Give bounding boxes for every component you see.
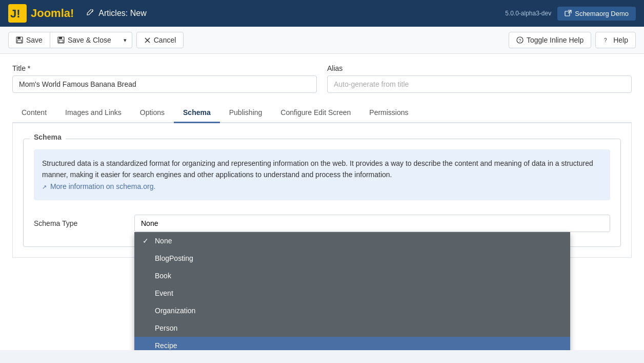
articles-new-title: Articles: New (98, 9, 146, 18)
title-label: Title * (12, 64, 317, 72)
save-button[interactable]: Save (8, 32, 50, 48)
title-alias-row: Title * Alias (12, 64, 632, 93)
help-button[interactable]: ? Help (595, 32, 636, 48)
save-close-icon (57, 36, 65, 44)
demo-button-label: Schemaorg Demo (575, 10, 629, 17)
toggle-inline-help-button[interactable]: ? Toggle Inline Help (509, 32, 591, 48)
tab-content[interactable]: Content (12, 103, 56, 123)
schema-type-label: Schema Type (34, 219, 126, 227)
dropdown-item-event[interactable]: Event (134, 284, 570, 302)
alias-field-group: Alias (327, 64, 632, 93)
organization-label: Organization (155, 307, 195, 315)
chevron-down-icon: ▾ (124, 37, 127, 44)
dropdown-item-book[interactable]: Book (134, 267, 570, 284)
version-label: 5.0.0-alpha3-dev (505, 10, 551, 17)
toolbar-right: ? Toggle Inline Help ? Help (509, 32, 636, 48)
dropdown-item-none[interactable]: None (134, 232, 570, 250)
schema-fieldset: Schema Structured data is a standardized… (23, 139, 621, 247)
dropdown-item-organization[interactable]: Organization (134, 302, 570, 319)
svg-rect-5 (17, 40, 22, 43)
dropdown-item-recipe[interactable]: Recipe (134, 337, 570, 350)
schema-type-row: Schema Type None None BlogPosting (34, 211, 610, 236)
save-dropdown-button[interactable]: ▾ (118, 32, 132, 48)
topbar-right: 5.0.0-alpha3-dev Schemaorg Demo (505, 7, 636, 21)
joomla-logo-icon: J! (8, 4, 27, 23)
question-circle-icon: ? (516, 36, 524, 44)
tab-publishing[interactable]: Publishing (220, 103, 272, 123)
schema-type-select-wrapper: None None BlogPosting Book (134, 215, 610, 232)
tab-images-links[interactable]: Images and Links (56, 103, 131, 123)
cancel-button[interactable]: Cancel (136, 32, 184, 48)
cancel-icon (144, 37, 151, 44)
external-link-icon (565, 10, 572, 17)
svg-rect-8 (59, 40, 63, 43)
tab-configure-edit-screen[interactable]: Configure Edit Screen (271, 103, 360, 123)
tab-schema[interactable]: Schema (174, 103, 220, 123)
tab-bar: Content Images and Links Options Schema … (12, 103, 632, 123)
event-label: Event (155, 289, 173, 297)
pencil-icon (86, 9, 94, 17)
schemaorg-demo-button[interactable]: Schemaorg Demo (557, 7, 636, 21)
alias-input[interactable] (327, 75, 632, 93)
schema-info-box: Structured data is a standardized format… (34, 149, 610, 200)
svg-text:J!: J! (10, 7, 21, 20)
help-icon: ? (603, 36, 610, 44)
schema-info-text: Structured data is a standardized format… (42, 159, 593, 179)
blogposting-label: BlogPosting (155, 254, 193, 262)
dropdown-item-person[interactable]: Person (134, 319, 570, 337)
schema-info-link-text: More information on schema.org. (50, 182, 155, 190)
cancel-label: Cancel (154, 36, 176, 44)
tab-permissions[interactable]: Permissions (360, 103, 417, 123)
external-link-small-icon: ↗ (42, 184, 47, 190)
svg-text:?: ? (604, 37, 607, 43)
tab-options[interactable]: Options (131, 103, 174, 123)
title-field-group: Title * (12, 64, 317, 93)
topbar: J! Joomla! Articles: New 5.0.0-alpha3-de… (0, 0, 644, 27)
svg-rect-4 (17, 37, 21, 39)
recipe-label: Recipe (155, 341, 177, 350)
save-button-group: Save Save & Close ▾ (8, 32, 132, 48)
book-label: Book (155, 272, 171, 280)
title-input[interactable] (12, 75, 317, 93)
save-label: Save (26, 36, 43, 44)
joomla-logo-text: Joomla! (31, 7, 74, 20)
svg-text:?: ? (518, 38, 521, 43)
svg-rect-7 (59, 37, 62, 39)
save-close-button[interactable]: Save & Close (50, 32, 118, 48)
save-close-label: Save & Close (68, 36, 111, 44)
schema-type-select[interactable]: None (134, 215, 610, 232)
joomla-logo: J! Joomla! (8, 4, 74, 23)
page-title: Articles: New (86, 9, 505, 18)
schema-type-dropdown[interactable]: None BlogPosting Book Event (134, 232, 570, 350)
none-label: None (155, 237, 172, 245)
save-icon (16, 36, 23, 44)
schema-legend: Schema (30, 133, 66, 141)
schema-info-link[interactable]: ↗ More information on schema.org. (42, 182, 155, 190)
svg-rect-2 (565, 11, 570, 16)
person-label: Person (155, 324, 177, 332)
help-label: Help (613, 36, 628, 44)
alias-label: Alias (327, 64, 632, 72)
toolbar: Save Save & Close ▾ Cancel ? Toggle Inli… (0, 27, 644, 54)
schema-tab-content: Schema Structured data is a standardized… (12, 123, 632, 258)
dropdown-item-blogposting[interactable]: BlogPosting (134, 250, 570, 267)
toggle-inline-help-label: Toggle Inline Help (527, 36, 583, 44)
main-content: Title * Alias Content Images and Links O… (0, 54, 644, 350)
